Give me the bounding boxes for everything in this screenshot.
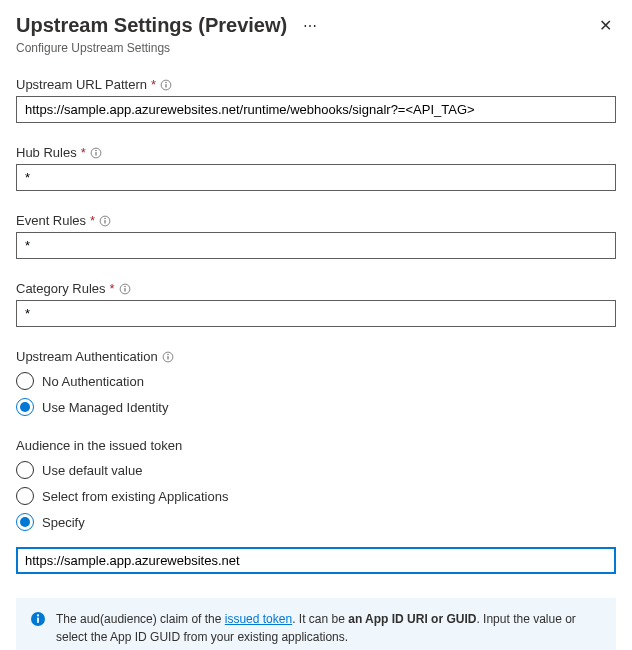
- info-icon[interactable]: [99, 215, 111, 227]
- info-icon: [30, 611, 46, 627]
- issued-token-link[interactable]: issued token: [225, 612, 292, 626]
- audience-radio-specify-label: Specify: [42, 515, 85, 530]
- audience-specify-input[interactable]: [16, 547, 616, 574]
- svg-rect-13: [167, 356, 168, 359]
- category-rules-input[interactable]: [16, 300, 616, 327]
- more-icon[interactable]: ⋯: [303, 18, 318, 34]
- audience-radio-specify[interactable]: Specify: [16, 513, 616, 531]
- url-pattern-input[interactable]: [16, 96, 616, 123]
- close-icon[interactable]: ✕: [595, 12, 616, 39]
- audience-radio-select-label: Select from existing Applications: [42, 489, 228, 504]
- event-rules-label: Event Rules: [16, 213, 86, 228]
- auth-section-label: Upstream Authentication: [16, 349, 158, 364]
- svg-point-11: [124, 285, 125, 286]
- svg-rect-16: [37, 618, 39, 623]
- auth-radio-managed-label: Use Managed Identity: [42, 400, 168, 415]
- info-icon[interactable]: [162, 351, 174, 363]
- info-icon[interactable]: [90, 147, 102, 159]
- auth-radio-none[interactable]: No Authentication: [16, 372, 616, 390]
- audience-radio-select[interactable]: Select from existing Applications: [16, 487, 616, 505]
- svg-rect-1: [166, 84, 167, 87]
- info-message-text: The aud(audience) claim of the issued to…: [56, 610, 602, 646]
- required-indicator: *: [151, 77, 156, 92]
- page-subtitle: Configure Upstream Settings: [16, 41, 616, 55]
- page-title: Upstream Settings (Preview): [16, 14, 287, 37]
- audience-radio-default[interactable]: Use default value: [16, 461, 616, 479]
- url-pattern-label: Upstream URL Pattern: [16, 77, 147, 92]
- required-indicator: *: [110, 281, 115, 296]
- auth-radio-none-label: No Authentication: [42, 374, 144, 389]
- svg-rect-10: [124, 288, 125, 291]
- hub-rules-label: Hub Rules: [16, 145, 77, 160]
- svg-point-17: [37, 614, 39, 616]
- hub-rules-input[interactable]: [16, 164, 616, 191]
- svg-point-5: [95, 149, 96, 150]
- svg-point-14: [167, 353, 168, 354]
- category-rules-label: Category Rules: [16, 281, 106, 296]
- svg-point-8: [104, 217, 105, 218]
- auth-radio-managed[interactable]: Use Managed Identity: [16, 398, 616, 416]
- info-icon[interactable]: [119, 283, 131, 295]
- svg-rect-4: [95, 152, 96, 155]
- info-icon[interactable]: [160, 79, 172, 91]
- audience-radio-default-label: Use default value: [42, 463, 142, 478]
- event-rules-input[interactable]: [16, 232, 616, 259]
- audience-section-label: Audience in the issued token: [16, 438, 182, 453]
- required-indicator: *: [81, 145, 86, 160]
- svg-point-2: [165, 81, 166, 82]
- svg-rect-7: [105, 220, 106, 223]
- required-indicator: *: [90, 213, 95, 228]
- info-message: The aud(audience) claim of the issued to…: [16, 598, 616, 650]
